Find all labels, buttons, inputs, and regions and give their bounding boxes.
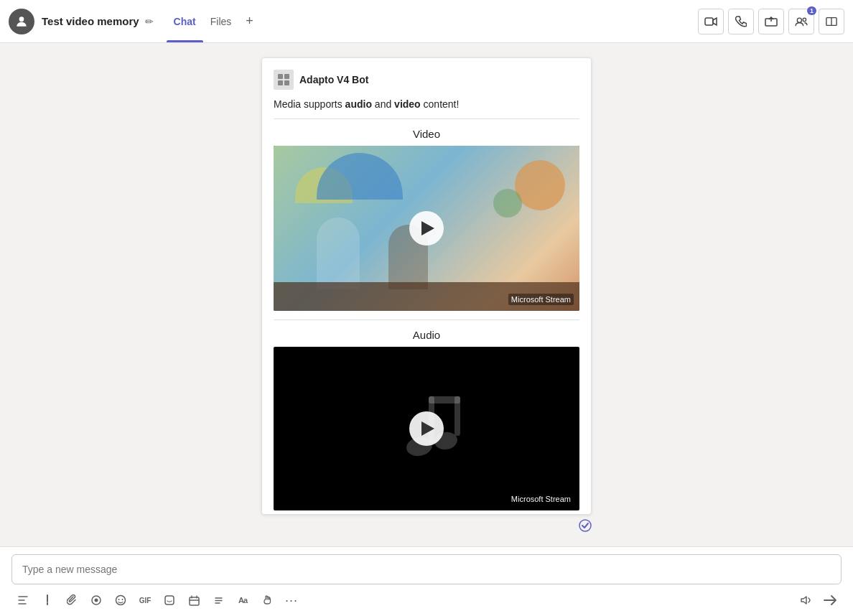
svg-rect-1 bbox=[705, 18, 713, 25]
attach-button[interactable] bbox=[60, 589, 83, 612]
adaptive-card-inner: Adapto V4 Bot Media supports audio and v… bbox=[262, 58, 591, 515]
urgent-button[interactable] bbox=[36, 589, 59, 612]
video-call-button[interactable] bbox=[698, 9, 724, 34]
input-area: GIF Aa ··· bbox=[0, 546, 853, 616]
page-title: Test video memory bbox=[42, 15, 139, 27]
share-screen-button[interactable] bbox=[758, 9, 784, 34]
edit-icon[interactable]: ✏ bbox=[145, 16, 154, 27]
audio-section-title: Audio bbox=[274, 329, 579, 341]
scene-decoration bbox=[515, 160, 565, 210]
bot-icon bbox=[274, 70, 294, 90]
svg-rect-7 bbox=[278, 74, 283, 79]
actions-button[interactable] bbox=[207, 589, 230, 612]
svg-rect-22 bbox=[165, 596, 174, 605]
audio-call-button[interactable] bbox=[728, 9, 754, 34]
audio-play-button[interactable] bbox=[409, 411, 444, 446]
card-divider-2 bbox=[274, 319, 579, 320]
toolbar-row: GIF Aa ··· bbox=[11, 589, 842, 612]
card-text-post: content! bbox=[421, 98, 460, 110]
praise-button[interactable] bbox=[256, 589, 279, 612]
video-player[interactable]: Microsoft Stream bbox=[274, 146, 579, 311]
participants-badge: 1 bbox=[807, 6, 816, 15]
svg-rect-9 bbox=[278, 80, 283, 85]
sticker-button[interactable] bbox=[158, 589, 181, 612]
tab-chat[interactable]: Chat bbox=[167, 0, 203, 42]
schedule-button[interactable] bbox=[182, 589, 205, 612]
card-text-bold1: audio bbox=[345, 98, 372, 110]
loop-button[interactable] bbox=[85, 589, 108, 612]
svg-rect-8 bbox=[284, 74, 289, 79]
header-actions: 1 bbox=[698, 9, 844, 34]
add-tab-button[interactable]: + bbox=[238, 0, 261, 42]
main-content: Adapto V4 Bot Media supports audio and v… bbox=[0, 43, 853, 616]
bot-header: Adapto V4 Bot bbox=[274, 70, 579, 90]
participants-button[interactable]: 1 bbox=[788, 9, 814, 34]
svg-point-16 bbox=[579, 520, 591, 531]
header-tabs: Chat Files + bbox=[167, 0, 261, 42]
chat-area: Adapto V4 Bot Media supports audio and v… bbox=[0, 43, 853, 616]
svg-point-0 bbox=[19, 17, 24, 22]
header: Test video memory ✏ Chat Files + bbox=[0, 0, 853, 43]
card-text-bold2: video bbox=[394, 98, 421, 110]
video-section-title: Video bbox=[274, 128, 579, 140]
bot-name: Adapto V4 Bot bbox=[299, 74, 368, 85]
format-button[interactable] bbox=[11, 589, 34, 612]
svg-rect-23 bbox=[190, 597, 199, 605]
card-text-mid: and bbox=[372, 98, 394, 110]
svg-point-4 bbox=[803, 18, 806, 21]
tab-files[interactable]: Files bbox=[203, 0, 239, 42]
mute-button[interactable] bbox=[794, 589, 817, 612]
svg-point-18 bbox=[95, 599, 98, 602]
chat-avatar bbox=[9, 9, 34, 34]
svg-point-19 bbox=[116, 596, 126, 605]
card-text-pre: Media supports bbox=[274, 98, 345, 110]
svg-rect-13 bbox=[429, 396, 460, 403]
card-divider bbox=[274, 118, 579, 119]
message-status bbox=[261, 519, 592, 532]
card-text: Media supports audio and video content! bbox=[274, 98, 579, 110]
video-play-button[interactable] bbox=[409, 211, 444, 246]
more-button[interactable]: ··· bbox=[280, 589, 303, 612]
message-input[interactable] bbox=[11, 554, 842, 584]
sent-checkmark-icon bbox=[579, 519, 592, 532]
video-stream-label: Microsoft Stream bbox=[508, 294, 574, 305]
emoji-button[interactable] bbox=[109, 589, 132, 612]
pop-out-button[interactable] bbox=[819, 9, 844, 34]
scene-decoration bbox=[493, 189, 522, 218]
svg-point-21 bbox=[122, 599, 123, 600]
send-button[interactable] bbox=[819, 589, 842, 612]
audio-player[interactable]: Microsoft Stream bbox=[274, 347, 579, 510]
audio-stream-label: Microsoft Stream bbox=[508, 493, 574, 505]
adaptive-card: Adapto V4 Bot Media supports audio and v… bbox=[261, 57, 592, 515]
scene-decoration bbox=[317, 218, 360, 289]
messages-container: Adapto V4 Bot Media supports audio and v… bbox=[0, 43, 853, 546]
scene-decoration bbox=[317, 153, 403, 200]
gif-button[interactable]: GIF bbox=[134, 589, 157, 612]
svg-point-3 bbox=[797, 18, 801, 22]
bold-button[interactable]: Aa bbox=[231, 589, 254, 612]
svg-point-20 bbox=[118, 599, 120, 600]
svg-rect-10 bbox=[284, 80, 289, 85]
